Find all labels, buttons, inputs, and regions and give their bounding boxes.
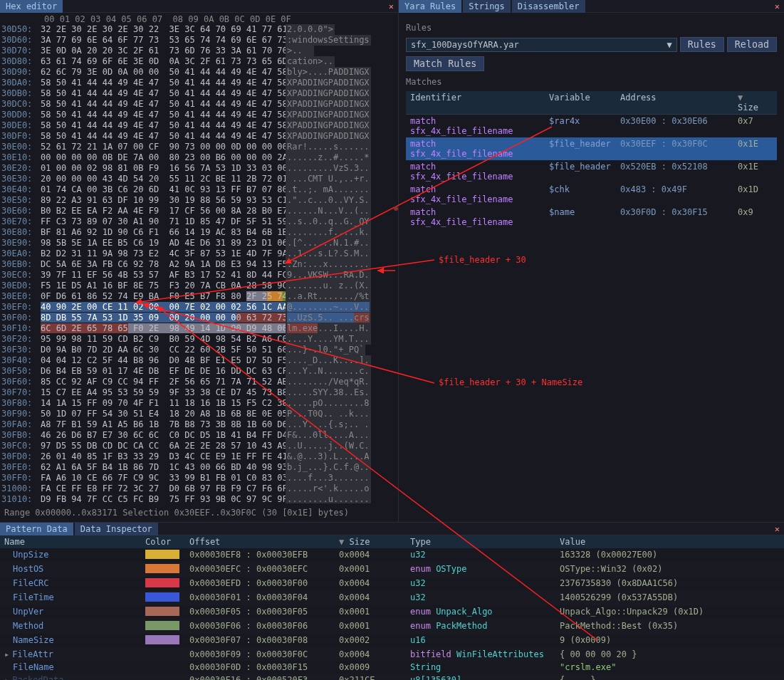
hex-row[interactable]: 30DA0:58 50 41 44 44 49 4E 47 50 41 44 4… [1, 78, 397, 88]
rules-file-dropdown[interactable]: sfx_100DaysOfYARA.yar ▼ [406, 38, 677, 52]
pattern-row[interactable]: FileName0x00030F0D : 0x00030F150x0009Str… [0, 661, 784, 674]
matches-header: Identifier Variable Address ▼ Size [406, 91, 777, 115]
rules-button[interactable]: Rules [680, 37, 724, 52]
hex-row[interactable]: 31010:D9 FB 94 7F CC C5 FC B9 75 FF 93 9… [1, 494, 397, 503]
hex-row[interactable]: 30F50:D6 B4 EB 59 01 17 4E DB EF DE DE 1… [1, 366, 397, 377]
annotation-file-header-30: $file_header + 30 [439, 255, 526, 265]
hex-row[interactable]: 30D60:3A 77 69 6E 64 6F 77 73 53 65 74 7… [1, 35, 397, 46]
matches-table: Identifier Variable Address ▼ Size match… [406, 91, 777, 229]
hex-row[interactable]: 30DB0:58 50 41 44 44 49 4E 47 50 41 44 4… [1, 88, 397, 99]
hex-row[interactable]: 30E50:89 22 A3 91 63 DF 10 99 30 19 88 5… [1, 195, 397, 206]
hex-row[interactable]: 30FF0:FA A6 10 CE 66 7F C9 9C 33 99 B1 F… [1, 473, 397, 483]
tab-hex-editor[interactable]: Hex editor [0, 0, 63, 13]
pattern-row[interactable]: FileTime0x00030F01 : 0x00030F040x0004u32… [0, 591, 784, 605]
hex-row[interactable]: 30FD0:26 01 40 85 1F B3 33 29 D3 4C CE E… [1, 451, 397, 462]
rules-label: Rules [406, 23, 777, 33]
hex-row[interactable]: 30E80:BF 81 A6 92 1D 90 C6 F1 66 14 19 A… [1, 227, 397, 238]
match-row[interactable]: match sfx_4x_file_filename$rar4x0x30E00 … [406, 115, 777, 137]
hex-row[interactable]: 30FC0:97 D5 55 DB CD DC CA CC 6A 2E 2E 2… [1, 441, 397, 451]
pattern-header: Name Color Offset ▼ Size Type Value [0, 535, 784, 548]
hex-row[interactable]: 30D50:32 2E 30 2E 30 2E 30 22 3E 3C 64 7… [1, 24, 397, 35]
hex-row[interactable]: 30F80:14 1A 15 FF 09 70 4F F1 11 18 16 1… [1, 398, 397, 409]
hex-editor-panel: Hex editor ✕ 00 01 02 03 04 05 06 07 08 … [0, 0, 399, 522]
hex-row[interactable]: 31000:FA CE FF E8 FF 72 3C 27 D0 6B 97 F… [1, 483, 397, 494]
hex-row[interactable]: 30DF0:58 50 41 44 44 49 4E 47 50 41 44 4… [1, 131, 397, 142]
tab-disassembler[interactable]: Disassembler [512, 0, 585, 13]
close-icon[interactable]: ✕ [775, 1, 780, 11]
pattern-row[interactable]: ▸FileAttr0x00030F09 : 0x00030F0C0x0004bi… [0, 648, 784, 661]
hex-row[interactable]: 30E90:98 5B 5E 1A EE B5 C6 19 AD 4E D6 3… [1, 238, 397, 249]
pattern-row[interactable]: UnpSize0x00030EF8 : 0x00030EFB0x0004u321… [0, 548, 784, 563]
pattern-row[interactable]: NameSize0x00030F07 : 0x00030F080x0002u16… [0, 634, 784, 648]
hex-row[interactable]: 30F60:85 CC 92 AF C9 CC 94 FF 2F 56 65 7… [1, 377, 397, 387]
hex-row[interactable]: 30DC0:58 50 41 44 44 49 4E 47 50 41 44 4… [1, 99, 397, 110]
hex-row[interactable]: 30F90:50 1D 07 FF 54 30 51 E4 18 20 A8 1… [1, 409, 397, 419]
hex-row[interactable]: 30E60:B0 B2 EE EA F2 AA 4E F9 17 CF 56 0… [1, 206, 397, 216]
hex-row[interactable]: 30EF0:40 90 2E 00 CE 11 02 00 00 7E 02 0… [1, 302, 397, 313]
pattern-row[interactable]: UnpVer0x00030F05 : 0x00030F050x0001enum … [0, 605, 784, 619]
hex-row[interactable]: 30E40:01 74 CA 00 3B C6 20 6D 41 0C 93 1… [1, 184, 397, 195]
tab-data-inspector[interactable]: Data Inspector [75, 523, 158, 535]
hex-row[interactable]: 30F00:8D DB 55 7A 53 1D 35 09 00 20 00 0… [1, 313, 397, 323]
hex-row[interactable]: 30F20:95 99 98 11 59 CD B2 C9 B0 59 4D 9… [1, 334, 397, 345]
hex-row[interactable]: 30FA0:A8 7F B1 59 A1 A5 B6 1B 7B B8 73 3… [1, 419, 397, 430]
match-rules-button[interactable]: Match Rules [406, 56, 484, 71]
tab-pattern-data[interactable]: Pattern Data [0, 523, 73, 535]
hex-row[interactable]: 30E00:52 61 72 21 1A 07 00 CF 90 73 00 0… [1, 142, 397, 152]
pattern-row[interactable]: Method0x00030F06 : 0x00030F060x0001enum … [0, 619, 784, 634]
pattern-row[interactable]: FileCRC0x00030EFD : 0x00030F000x0004u322… [0, 577, 784, 591]
hex-row[interactable]: 30E20:01 00 00 02 98 81 0B F9 16 56 7A 5… [1, 163, 397, 174]
hex-row[interactable]: 30ED0:F5 1E D5 A1 16 BF 8E 75 F3 20 7A C… [1, 281, 397, 291]
hex-row[interactable]: 30D80:63 61 74 69 6F 6E 3E 0D 0A 3C 2F 6… [1, 56, 397, 67]
annotation-file-header-30-namesize: $file_header + 30 + NameSize [439, 377, 582, 387]
hex-row[interactable]: 30EE0:0F D6 61 86 52 74 E9 BA F0 E5 B7 F… [1, 291, 397, 302]
hex-row[interactable]: 30F10:6C 6D 2E 65 78 65 F0 2E 98 49 14 1… [1, 323, 397, 334]
hex-status-bar: Range 0x00000..0x83171 Selection 0x30EEF… [0, 503, 398, 522]
pattern-data-panel: Pattern Data Data Inspector ✕ Name Color… [0, 522, 784, 680]
hex-row[interactable]: 30E70:FF C3 73 89 07 30 A1 90 71 1D 85 4… [1, 216, 397, 227]
hex-dump[interactable]: 00 01 02 03 04 05 06 07 08 09 0A 0B 0C 0… [0, 13, 398, 503]
matches-label: Matches [406, 77, 777, 87]
hex-row[interactable]: 30E30:20 00 00 00 43 4D 54 20 55 11 2C B… [1, 174, 397, 184]
match-row[interactable]: match sfx_4x_file_filename$chk0x483 : 0x… [406, 183, 777, 206]
hex-row[interactable]: 30FE0:62 A1 6A 5F B4 1B 86 7D 1C 43 00 6… [1, 462, 397, 473]
hex-row[interactable]: 30D90:62 6C 79 3E 0D 0A 00 00 50 41 44 4… [1, 67, 397, 78]
reload-button[interactable]: Reload [727, 37, 777, 52]
tab-strings[interactable]: Strings [463, 0, 511, 13]
hex-row[interactable]: 30FB0:46 26 D6 B7 E7 30 6C 6C C0 DC D5 1… [1, 430, 397, 441]
match-row[interactable]: match sfx_4x_file_filename$name0x30F0D :… [406, 206, 777, 229]
tab-yara-rules[interactable]: Yara Rules [399, 0, 461, 13]
close-icon[interactable]: ✕ [389, 1, 394, 11]
hex-row[interactable]: 30F30:D0 9A B0 7D 2D AA 6C 30 CC 22 60 2… [1, 345, 397, 355]
pattern-row[interactable]: HostOS0x00030EFC : 0x00030EFC0x0001enum … [0, 563, 784, 577]
hex-row[interactable]: 30D70:3E 0D 0A 20 20 3C 2F 61 73 6D 76 3… [1, 46, 397, 56]
hex-row[interactable]: 30EB0:DC 5A 6E 3A FB C6 92 78 A2 9A 1A D… [1, 259, 397, 270]
match-row[interactable]: match sfx_4x_file_filename$file_header0x… [406, 160, 777, 183]
pattern-row[interactable]: ▸PackedData0x00030F16 : 0x000520F30x211C… [0, 674, 784, 680]
match-row[interactable]: match sfx_4x_file_filename$file_header0x… [406, 137, 777, 160]
close-icon[interactable]: ✕ [775, 524, 780, 534]
hex-row[interactable]: 30EA0:B2 D2 31 11 9A 98 73 E2 4C 3F 87 5… [1, 249, 397, 259]
hex-column-header: 00 01 02 03 04 05 06 07 08 09 0A 0B 0C 0… [1, 14, 397, 24]
chevron-down-icon: ▼ [667, 40, 671, 50]
hex-row[interactable]: 30EC0:39 7F 11 EF 56 4B 53 57 AF B3 17 5… [1, 270, 397, 281]
hex-row[interactable]: 30F70:15 C7 EE A4 95 53 59 59 9F 33 38 C… [1, 387, 397, 398]
hex-row[interactable]: 30DD0:58 50 41 44 44 49 4E 47 50 41 44 4… [1, 110, 397, 120]
hex-row[interactable]: 30E10:00 00 00 00 0B DE 7A 00 80 23 00 B… [1, 152, 397, 163]
hex-row[interactable]: 30DE0:58 50 41 44 44 49 4E 47 50 41 44 4… [1, 120, 397, 131]
hex-row[interactable]: 30F40:04 04 12 C2 5F 44 B8 96 D0 4B BF E… [1, 355, 397, 366]
